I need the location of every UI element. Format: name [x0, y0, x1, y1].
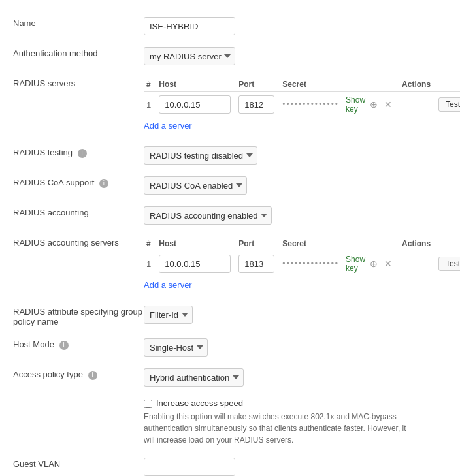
- increase-speed-checkbox[interactable]: [144, 400, 152, 408]
- row-test: Test: [436, 92, 460, 118]
- acct-test-button[interactable]: Test: [438, 257, 460, 271]
- guest-vlan-label: Guest VLAN: [13, 456, 144, 469]
- access-policy-info-icon[interactable]: i: [88, 371, 97, 380]
- radius-servers-table: # Host Port Secret Actions 1: [144, 77, 460, 117]
- radius-accounting-label: RADIUS accounting: [13, 205, 144, 217]
- col-port: Port: [236, 77, 280, 92]
- increase-speed-help: Enabling this option will make switches …: [144, 411, 418, 446]
- acct-row-test: Test: [436, 251, 460, 277]
- secret-dots: ••••••••••••••: [282, 100, 339, 109]
- acct-col-actions: Actions: [399, 236, 436, 251]
- row-secret: •••••••••••••• Show key ⊕ ✕: [280, 92, 399, 118]
- radius-accounting-servers-label: RADIUS accounting servers: [13, 235, 144, 247]
- radius-attr-select[interactable]: Filter-Id: [144, 306, 193, 324]
- radius-accounting-select[interactable]: RADIUS accounting enabled: [144, 206, 272, 225]
- acct-host-input[interactable]: [159, 255, 231, 273]
- host-mode-select[interactable]: Single-Host: [144, 338, 208, 357]
- radius-coa-label: RADIUS CoA support i: [13, 175, 144, 188]
- acct-add-server-link[interactable]: Add a server: [144, 280, 192, 290]
- delete-icon-btn[interactable]: ✕: [382, 99, 394, 110]
- radius-testing-info-icon[interactable]: i: [78, 149, 87, 158]
- acct-row-secret: •••••••••••••• Show key ⊕ ✕: [280, 251, 399, 277]
- test-button[interactable]: Test: [438, 97, 460, 112]
- acct-row-port: [236, 251, 280, 277]
- acct-row-num: 1: [144, 251, 156, 277]
- port-input[interactable]: [238, 95, 274, 114]
- access-policy-label: Access policy type i: [13, 367, 144, 380]
- radius-coa-info-icon[interactable]: i: [99, 179, 108, 188]
- increase-speed-label: Increase access speed: [156, 398, 243, 408]
- auth-method-label: Authentication method: [13, 46, 144, 58]
- row-port: [236, 92, 280, 118]
- add-server-link[interactable]: Add a server: [144, 121, 192, 131]
- move-icon-btn[interactable]: ⊕: [368, 99, 380, 110]
- acct-col-host: Host: [156, 236, 236, 251]
- acct-row-host: [156, 251, 236, 277]
- host-mode-label: Host Mode i: [13, 337, 144, 350]
- auth-method-select[interactable]: my RADIUS server: [144, 47, 235, 65]
- radius-servers-label: RADIUS servers: [13, 76, 144, 88]
- radius-attr-label: RADIUS attribute specifying group policy…: [13, 304, 144, 326]
- table-row: 1 •••••••••••••• Show key ⊕ ✕: [144, 251, 460, 277]
- row-host: [156, 92, 236, 118]
- acct-port-input[interactable]: [238, 255, 274, 273]
- acct-secret-dots: ••••••••••••••: [282, 259, 339, 268]
- host-input[interactable]: [159, 95, 231, 114]
- col-test-spacer: [436, 77, 460, 92]
- radius-testing-label: RADIUS testing i: [13, 145, 144, 158]
- acct-col-num: #: [144, 236, 156, 251]
- acct-col-secret: Secret: [280, 236, 399, 251]
- row-num: 1: [144, 92, 156, 118]
- name-label: Name: [13, 16, 144, 28]
- col-host: Host: [156, 77, 236, 92]
- acct-col-test-spacer: [436, 236, 460, 251]
- acct-delete-icon-btn[interactable]: ✕: [382, 259, 394, 269]
- name-input[interactable]: [144, 17, 235, 35]
- radius-accounting-servers-table: # Host Port Secret Actions 1: [144, 236, 460, 276]
- guest-vlan-input[interactable]: [144, 458, 235, 476]
- show-key-link[interactable]: Show key: [346, 95, 365, 114]
- acct-row-actions: [399, 251, 436, 277]
- host-mode-info-icon[interactable]: i: [59, 341, 69, 350]
- acct-show-key-link[interactable]: Show key: [346, 255, 365, 273]
- table-row: 1 •••••••••••••• Show key ⊕ ✕: [144, 92, 460, 118]
- radius-testing-select[interactable]: RADIUS testing disabled: [144, 146, 257, 165]
- acct-move-icon-btn[interactable]: ⊕: [368, 259, 380, 269]
- access-policy-select[interactable]: Hybrid authentication: [144, 368, 244, 387]
- row-actions: [399, 92, 436, 118]
- radius-coa-select[interactable]: RADIUS CoA enabled: [144, 176, 247, 195]
- acct-col-port: Port: [236, 236, 280, 251]
- col-secret: Secret: [280, 77, 399, 92]
- col-actions: Actions: [399, 77, 436, 92]
- col-num: #: [144, 77, 156, 92]
- increase-speed-spacer: [13, 397, 144, 400]
